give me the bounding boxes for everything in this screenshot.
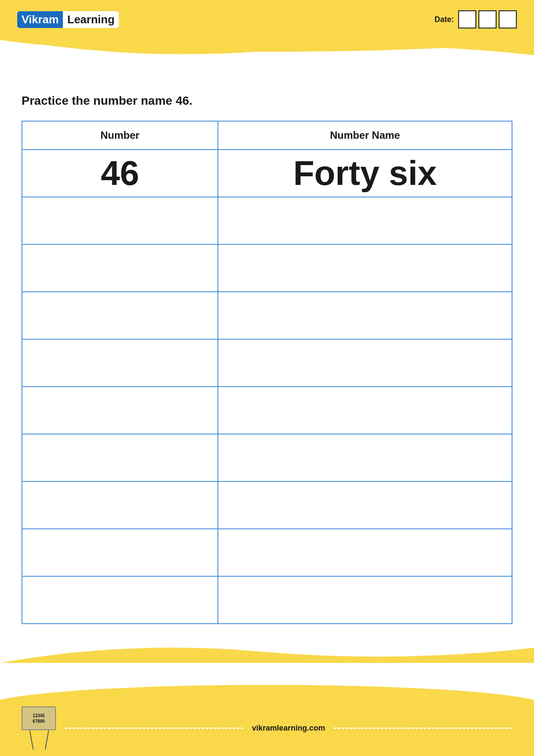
table-row [22,529,512,576]
easel-board: 12345 67890 [22,706,56,730]
header-wave [0,38,534,59]
date-boxes [458,10,517,28]
empty-number-cell[interactable] [22,339,218,387]
date-box-2[interactable] [478,10,497,28]
empty-name-cell[interactable] [218,197,512,244]
empty-number-cell[interactable] [22,481,218,529]
footer: 12345 67890 vikramlearning.com [0,700,534,756]
col-number-header: Number [22,121,218,150]
empty-number-cell[interactable] [22,576,218,624]
practice-table: Number Number Name 46 Forty six [22,121,512,624]
table-data-row: 46 Forty six [22,150,512,197]
footer-dotted-left [65,728,243,729]
table-header-row: Number Number Name [22,121,512,150]
instruction: Practice the number name 46. [22,94,512,108]
empty-name-cell[interactable] [218,529,512,576]
table-row [22,244,512,292]
empty-number-cell[interactable] [22,292,218,339]
footer-website: vikramlearning.com [252,724,325,733]
easel-line1: 12345 [33,713,45,719]
empty-number-cell[interactable] [22,529,218,576]
table-row [22,576,512,624]
date-label: Date: [435,15,454,24]
table-row [22,197,512,244]
footer-dotted-right [334,728,512,729]
empty-name-cell[interactable] [218,434,512,481]
table-row [22,481,512,529]
date-box-3[interactable] [499,10,517,28]
date-section: Date: [435,10,517,28]
table-row [22,339,512,387]
number-name-value: Forty six [218,150,512,197]
empty-number-cell[interactable] [22,197,218,244]
footer-wave [0,641,534,663]
empty-number-cell[interactable] [22,244,218,292]
logo-learning: Learning [63,11,119,28]
easel-numbers: 12345 67890 [33,713,45,724]
easel-icon: 12345 67890 [17,706,60,750]
header-banner: Vikram Learning Date: [0,0,534,39]
empty-name-cell[interactable] [218,244,512,292]
table-row [22,434,512,481]
easel-line2: 67890 [33,719,45,724]
empty-name-cell[interactable] [218,481,512,529]
empty-number-cell[interactable] [22,387,218,434]
logo: Vikram Learning [17,11,119,28]
logo-vikram: Vikram [17,11,63,28]
number-value: 46 [22,150,218,197]
col-name-header: Number Name [218,121,512,150]
empty-name-cell[interactable] [218,576,512,624]
table-row [22,387,512,434]
empty-name-cell[interactable] [218,292,512,339]
main-content: Practice the number name 46. Number Numb… [0,59,534,641]
date-box-1[interactable] [458,10,476,28]
empty-name-cell[interactable] [218,339,512,387]
empty-name-cell[interactable] [218,387,512,434]
table-row [22,292,512,339]
empty-number-cell[interactable] [22,434,218,481]
